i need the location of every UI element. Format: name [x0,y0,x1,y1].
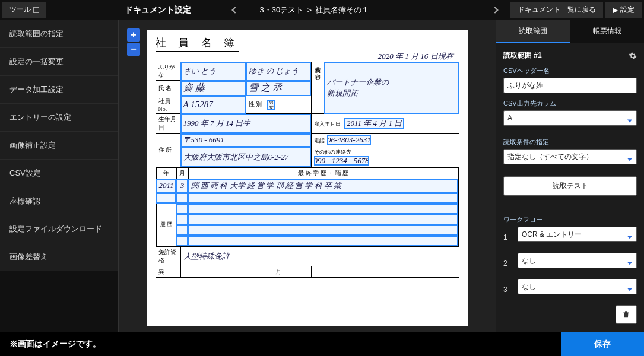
canvas-area: + − 社 員 名 簿 ___________ 2020 年 1 月 16 日現… [119,20,496,332]
read-region[interactable] [176,193,188,204]
read-region[interactable]: 2011 年 4 月 1 日 [344,118,404,129]
rireki-label: 履 歴 [156,204,176,246]
tool-button[interactable]: ツール [2,2,46,18]
read-region[interactable]: 2011 [156,179,176,193]
csv-header-input[interactable] [503,78,637,93]
read-region[interactable]: 1990 年 7 月 14 日生 [180,114,311,134]
sidebar-right: 読取範囲 帳票情報 読取範囲 #1 CSVヘッダー名 CSV出力先カラム A 読… [496,20,644,332]
gyomu-label: 業務の内容 [311,62,324,114]
workflow-num: 1 [503,233,513,241]
zoom-in-button[interactable]: + [127,28,140,42]
license-label: 免許資格 [156,247,180,266]
workflow-label: ワークフロー [503,215,637,224]
csv-col-label: CSV出力先カラム [503,99,637,108]
read-region[interactable] [188,236,458,246]
chevron-left-icon [231,7,238,13]
sidebar-item-entry-settings[interactable]: エントリーの設定 [0,104,118,132]
delete-button[interactable] [616,305,637,324]
sidebar-item-data-processing[interactable]: データ加工設定 [0,76,118,104]
iireki-label: 異 [156,266,180,278]
play-icon: ▶ [613,6,618,14]
doc-settings-title: ドキュメント設定 [125,5,191,15]
back-to-list-button[interactable]: ドキュメント一覧に戻る [510,2,603,18]
read-region[interactable]: 大阪府大阪市北区中之島6-2-27 [180,147,311,167]
tel-label: 電話 [314,138,325,144]
edu-y-header: 年 [156,168,176,179]
sidebar-item-csv-settings[interactable]: CSV設定 [0,160,118,187]
addr-label: 住 所 [156,134,180,167]
prev-button[interactable] [226,2,245,18]
read-region[interactable] [156,193,176,204]
workflow-select-2[interactable]: なし [518,253,637,268]
next-button[interactable] [486,2,505,18]
read-region[interactable] [188,193,458,204]
sidebar-item-coord-check[interactable]: 座標確認 [0,187,118,215]
divider [503,209,637,209]
form-table: ふりがな さい とう ゆき の じょう 業務の内容 パートナー企業の 新規開拓 … [156,62,459,278]
read-region[interactable] [176,225,188,236]
zoom-out-button[interactable]: − [127,43,140,56]
document-preview[interactable]: 社 員 名 簿 ___________ 2020 年 1 月 16 日現在 ふり… [147,30,468,326]
collapse-left-icon [33,7,39,13]
read-region[interactable] [188,214,458,225]
paper-no-label: ___________ [417,40,453,47]
read-region[interactable] [176,204,188,214]
furigana-label: ふりがな [156,62,180,81]
save-button[interactable]: 保存 [561,332,644,356]
read-region[interactable]: パートナー企業の 新規開拓 [324,62,459,114]
othertel-label: その他の連絡先 [314,149,351,155]
read-region[interactable]: 齋 藤 [180,81,246,96]
panel-title: 読取範囲 #1 [503,50,542,61]
paper-date: 2020 年 1 月 16 日現在 [378,51,453,62]
read-region[interactable] [176,214,188,225]
sidebar-left: 読取範囲の指定 設定の一括変更 データ加工設定 エントリーの設定 画像補正設定 … [0,20,119,332]
back-to-list-label: ドキュメント一覧に戻る [518,5,596,15]
cond-label: 読取条件の指定 [503,138,637,147]
license-text: 大型特殊免許 [180,247,459,266]
read-region[interactable] [188,204,458,214]
year-header [180,266,246,278]
tab-form-info[interactable]: 帳票情報 [570,20,645,43]
hire-label: 雇入年月日 [314,121,341,127]
edu-header: 最 終 学 歴 ・ 職 歴 [188,168,458,179]
read-region[interactable]: さい とう [180,62,246,81]
read-region[interactable]: 06-4803-2631 [327,135,371,145]
read-region[interactable]: 3 [176,179,188,193]
read-region[interactable]: 雪 之 丞 [246,81,311,96]
sidebar-item-read-range[interactable]: 読取範囲の指定 [0,20,118,48]
workflow-select-3[interactable]: なし [518,279,637,294]
read-region[interactable]: ゆき の じょう [246,62,311,81]
cond-select[interactable]: 指定なし（すべての文字） [503,149,637,164]
workflow-num: 2 [503,259,513,268]
sex-label: 性 別 [249,101,262,107]
sidebar-item-download-settings[interactable]: 設定ファイルダウンロード [0,215,118,243]
paper-title: 社 員 名 簿 [156,36,240,52]
trash-icon [622,310,630,319]
gear-icon[interactable] [629,52,637,60]
sidebar-item-replace-image[interactable]: 画像差替え [0,243,118,271]
month-header: 月 [246,266,311,278]
sidebar-item-bulk-settings[interactable]: 設定の一括変更 [0,48,118,76]
tool-label: ツール [9,5,31,15]
tab-read-range[interactable]: 読取範囲 [496,20,570,43]
read-region[interactable]: 〒530 - 6691 [180,134,311,147]
read-test-button[interactable]: 読取テスト [503,176,637,196]
edu-m-header: 月 [176,168,188,179]
chevron-right-icon [491,7,498,13]
name-label: 氏 名 [156,81,180,96]
empno-label: 社員No. [156,96,180,114]
read-region[interactable] [176,236,188,246]
read-region[interactable]: A 15287 [180,96,246,114]
read-region[interactable]: 男 女 [267,100,275,110]
sidebar-item-image-correction[interactable]: 画像補正設定 [0,132,118,160]
settings-label: 設定 [620,5,635,15]
footer-note: ※画面はイメージです。 [0,339,101,349]
csv-header-label: CSVヘッダー名 [503,66,637,75]
workflow-num: 3 [503,285,513,294]
workflow-select-1[interactable]: OCR & エントリー [518,227,637,242]
read-region[interactable]: 090 - 1234 - 5678 [314,156,369,166]
read-region[interactable] [188,225,458,236]
csv-col-select[interactable]: A [503,110,637,126]
read-region[interactable]: 関 西 商 科 大学 経 営 学 部 経 営 学 科 卒 業 [188,179,458,193]
settings-button[interactable]: ▶ 設定 [605,2,642,18]
